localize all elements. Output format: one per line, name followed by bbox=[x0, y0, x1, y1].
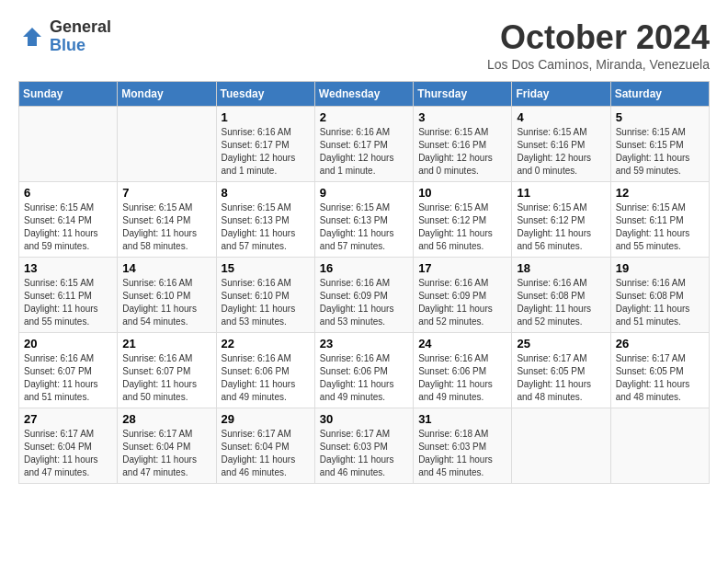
day-number: 14 bbox=[122, 261, 210, 275]
header-wednesday: Wednesday bbox=[314, 82, 413, 107]
day-number: 29 bbox=[222, 412, 310, 426]
day-number: 19 bbox=[616, 261, 704, 275]
calendar-table: SundayMondayTuesdayWednesdayThursdayFrid… bbox=[18, 81, 710, 484]
day-info: Sunrise: 6:15 AM Sunset: 6:12 PM Dayligh… bbox=[418, 201, 506, 253]
day-info: Sunrise: 6:16 AM Sunset: 6:09 PM Dayligh… bbox=[418, 277, 506, 328]
day-info: Sunrise: 6:16 AM Sunset: 6:10 PM Dayligh… bbox=[122, 277, 210, 328]
week-row-3: 20Sunrise: 6:16 AM Sunset: 6:07 PM Dayli… bbox=[19, 333, 710, 408]
day-cell bbox=[610, 408, 709, 484]
month-title: October 2024 bbox=[487, 18, 710, 57]
day-number: 20 bbox=[24, 337, 112, 350]
logo: General Blue bbox=[18, 18, 111, 55]
day-info: Sunrise: 6:15 AM Sunset: 6:11 PM Dayligh… bbox=[24, 277, 112, 328]
day-cell: 18Sunrise: 6:16 AM Sunset: 6:08 PM Dayli… bbox=[512, 258, 610, 333]
day-info: Sunrise: 6:17 AM Sunset: 6:05 PM Dayligh… bbox=[517, 352, 605, 404]
day-info: Sunrise: 6:15 AM Sunset: 6:11 PM Dayligh… bbox=[616, 201, 704, 253]
day-cell: 10Sunrise: 6:15 AM Sunset: 6:12 PM Dayli… bbox=[414, 182, 512, 258]
day-number: 3 bbox=[418, 110, 506, 124]
day-number: 18 bbox=[517, 261, 605, 275]
header-thursday: Thursday bbox=[414, 82, 512, 107]
day-info: Sunrise: 6:16 AM Sunset: 6:07 PM Dayligh… bbox=[122, 352, 210, 404]
day-number: 12 bbox=[616, 186, 704, 200]
day-cell: 5Sunrise: 6:15 AM Sunset: 6:15 PM Daylig… bbox=[610, 107, 709, 182]
day-number: 17 bbox=[418, 261, 506, 275]
day-number: 8 bbox=[222, 186, 310, 200]
day-info: Sunrise: 6:16 AM Sunset: 6:09 PM Dayligh… bbox=[320, 277, 408, 328]
day-cell: 31Sunrise: 6:18 AM Sunset: 6:03 PM Dayli… bbox=[414, 408, 512, 484]
day-cell: 27Sunrise: 6:17 AM Sunset: 6:04 PM Dayli… bbox=[19, 408, 118, 484]
day-cell: 22Sunrise: 6:16 AM Sunset: 6:06 PM Dayli… bbox=[216, 333, 314, 408]
day-number: 9 bbox=[320, 186, 408, 200]
day-info: Sunrise: 6:16 AM Sunset: 6:06 PM Dayligh… bbox=[320, 352, 408, 404]
day-number: 10 bbox=[418, 186, 506, 200]
day-cell: 28Sunrise: 6:17 AM Sunset: 6:04 PM Dayli… bbox=[118, 408, 216, 484]
location-text: Los Dos Caminos, Miranda, Venezuela bbox=[487, 57, 710, 72]
day-number: 15 bbox=[222, 261, 310, 275]
day-cell: 2Sunrise: 6:16 AM Sunset: 6:17 PM Daylig… bbox=[314, 107, 413, 182]
day-info: Sunrise: 6:15 AM Sunset: 6:15 PM Dayligh… bbox=[616, 126, 704, 178]
calendar-body: 1Sunrise: 6:16 AM Sunset: 6:17 PM Daylig… bbox=[19, 107, 710, 484]
day-info: Sunrise: 6:16 AM Sunset: 6:08 PM Dayligh… bbox=[616, 277, 704, 328]
week-row-0: 1Sunrise: 6:16 AM Sunset: 6:17 PM Daylig… bbox=[19, 107, 710, 182]
day-number: 24 bbox=[418, 337, 506, 350]
logo-general-text: General bbox=[50, 18, 111, 37]
logo-blue-text: Blue bbox=[50, 37, 111, 55]
day-cell bbox=[118, 107, 216, 182]
logo-icon bbox=[18, 23, 46, 51]
calendar-header: SundayMondayTuesdayWednesdayThursdayFrid… bbox=[19, 82, 710, 107]
day-number: 30 bbox=[320, 412, 408, 426]
day-info: Sunrise: 6:15 AM Sunset: 6:13 PM Dayligh… bbox=[222, 201, 310, 253]
day-number: 28 bbox=[122, 412, 210, 426]
day-cell: 8Sunrise: 6:15 AM Sunset: 6:13 PM Daylig… bbox=[216, 182, 314, 258]
day-info: Sunrise: 6:16 AM Sunset: 6:17 PM Dayligh… bbox=[222, 126, 310, 178]
day-cell: 12Sunrise: 6:15 AM Sunset: 6:11 PM Dayli… bbox=[610, 182, 709, 258]
day-cell: 7Sunrise: 6:15 AM Sunset: 6:14 PM Daylig… bbox=[118, 182, 216, 258]
day-info: Sunrise: 6:15 AM Sunset: 6:14 PM Dayligh… bbox=[122, 201, 210, 253]
day-cell: 3Sunrise: 6:15 AM Sunset: 6:16 PM Daylig… bbox=[414, 107, 512, 182]
day-cell: 23Sunrise: 6:16 AM Sunset: 6:06 PM Dayli… bbox=[314, 333, 413, 408]
page-header: General Blue October 2024 Los Dos Camino… bbox=[18, 18, 710, 72]
day-number: 2 bbox=[320, 110, 408, 124]
day-cell: 25Sunrise: 6:17 AM Sunset: 6:05 PM Dayli… bbox=[512, 333, 610, 408]
day-cell: 1Sunrise: 6:16 AM Sunset: 6:17 PM Daylig… bbox=[216, 107, 314, 182]
day-cell: 11Sunrise: 6:15 AM Sunset: 6:12 PM Dayli… bbox=[512, 182, 610, 258]
day-cell: 24Sunrise: 6:16 AM Sunset: 6:06 PM Dayli… bbox=[414, 333, 512, 408]
header-sunday: Sunday bbox=[19, 82, 118, 107]
header-friday: Friday bbox=[512, 82, 610, 107]
day-cell bbox=[19, 107, 118, 182]
week-row-2: 13Sunrise: 6:15 AM Sunset: 6:11 PM Dayli… bbox=[19, 258, 710, 333]
day-info: Sunrise: 6:15 AM Sunset: 6:16 PM Dayligh… bbox=[517, 126, 605, 178]
day-info: Sunrise: 6:17 AM Sunset: 6:03 PM Dayligh… bbox=[320, 428, 408, 479]
day-info: Sunrise: 6:15 AM Sunset: 6:12 PM Dayligh… bbox=[517, 201, 605, 253]
day-number: 11 bbox=[517, 186, 605, 200]
day-cell: 13Sunrise: 6:15 AM Sunset: 6:11 PM Dayli… bbox=[19, 258, 118, 333]
day-cell: 29Sunrise: 6:17 AM Sunset: 6:04 PM Dayli… bbox=[216, 408, 314, 484]
logo-text: General Blue bbox=[50, 18, 111, 55]
day-number: 26 bbox=[616, 337, 704, 350]
day-cell: 9Sunrise: 6:15 AM Sunset: 6:13 PM Daylig… bbox=[314, 182, 413, 258]
day-cell bbox=[512, 408, 610, 484]
day-info: Sunrise: 6:16 AM Sunset: 6:07 PM Dayligh… bbox=[24, 352, 112, 404]
day-cell: 15Sunrise: 6:16 AM Sunset: 6:10 PM Dayli… bbox=[216, 258, 314, 333]
day-number: 6 bbox=[24, 186, 112, 200]
day-cell: 14Sunrise: 6:16 AM Sunset: 6:10 PM Dayli… bbox=[118, 258, 216, 333]
day-number: 5 bbox=[616, 110, 704, 124]
day-info: Sunrise: 6:15 AM Sunset: 6:16 PM Dayligh… bbox=[418, 126, 506, 178]
header-row: SundayMondayTuesdayWednesdayThursdayFrid… bbox=[19, 82, 710, 107]
day-info: Sunrise: 6:16 AM Sunset: 6:10 PM Dayligh… bbox=[222, 277, 310, 328]
day-info: Sunrise: 6:16 AM Sunset: 6:06 PM Dayligh… bbox=[418, 352, 506, 404]
day-cell: 4Sunrise: 6:15 AM Sunset: 6:16 PM Daylig… bbox=[512, 107, 610, 182]
day-number: 13 bbox=[24, 261, 112, 275]
day-info: Sunrise: 6:16 AM Sunset: 6:08 PM Dayligh… bbox=[517, 277, 605, 328]
day-cell: 30Sunrise: 6:17 AM Sunset: 6:03 PM Dayli… bbox=[314, 408, 413, 484]
day-number: 4 bbox=[517, 110, 605, 124]
day-info: Sunrise: 6:15 AM Sunset: 6:14 PM Dayligh… bbox=[24, 201, 112, 253]
week-row-4: 27Sunrise: 6:17 AM Sunset: 6:04 PM Dayli… bbox=[19, 408, 710, 484]
day-info: Sunrise: 6:16 AM Sunset: 6:06 PM Dayligh… bbox=[222, 352, 310, 404]
day-number: 31 bbox=[418, 412, 506, 426]
day-cell: 6Sunrise: 6:15 AM Sunset: 6:14 PM Daylig… bbox=[19, 182, 118, 258]
day-cell: 20Sunrise: 6:16 AM Sunset: 6:07 PM Dayli… bbox=[19, 333, 118, 408]
day-info: Sunrise: 6:15 AM Sunset: 6:13 PM Dayligh… bbox=[320, 201, 408, 253]
header-monday: Monday bbox=[118, 82, 216, 107]
day-info: Sunrise: 6:18 AM Sunset: 6:03 PM Dayligh… bbox=[418, 428, 506, 479]
